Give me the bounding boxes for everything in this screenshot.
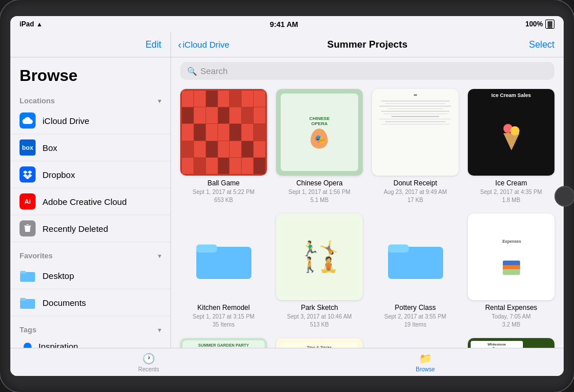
locations-section-header[interactable]: Locations ▾ [10, 92, 170, 107]
sketch-name: Park Sketch [301, 304, 338, 312]
file-item-whitestone[interactable]: WhitestoneFarm 🥬🥕🌽 Whitestone Farm Sept … [468, 338, 554, 348]
tags-label: Tags [20, 325, 36, 334]
pottery-meta: Sept 2, 2017 at 3:55 PM 19 Items [385, 313, 447, 329]
trash-label: Recently Deleted [42, 224, 108, 234]
file-item-chinese-opera[interactable]: CHINESEOPERA 🎭 Chinese Opera Sept 1, 201… [276, 89, 363, 204]
garden-thumb: SUMMER GARDEN PARTY 🌿🌷🌿 [180, 338, 267, 348]
tab-bar: 🕐 Recents 📁 Browse [10, 348, 564, 376]
kitchen-meta: Sept 1, 2017 at 3:15 PM 35 Items [193, 313, 255, 329]
costarica-thumb [372, 338, 459, 348]
svg-rect-7 [388, 244, 409, 253]
search-bar[interactable]: 🔍 Search [180, 62, 554, 80]
search-placeholder: Search [200, 66, 228, 76]
sidebar-item-adobe[interactable]: Ai Adobe Creative Cloud [10, 188, 170, 215]
rental-meta: Today, 7:05 AM 3.2 MB [491, 313, 530, 329]
back-button[interactable]: ‹ iCloud Drive [178, 40, 230, 50]
sidebar-item-trash[interactable]: Recently Deleted [10, 215, 170, 242]
file-item-ice-cream[interactable]: Ice Cream Sales Ice Cream S [468, 89, 554, 204]
locations-chevron-icon: ▾ [158, 97, 161, 105]
documents-label: Documents [42, 298, 86, 308]
svg-rect-3 [20, 298, 26, 301]
tab-recents[interactable]: 🕐 Recents [10, 352, 287, 372]
tags-chevron-icon: ▾ [158, 326, 161, 334]
kitchen-thumb [180, 214, 267, 300]
back-chevron-icon: ‹ [178, 40, 181, 50]
sidebar-item-inspiration[interactable]: Inspiration [10, 336, 170, 348]
locations-label: Locations [20, 96, 55, 105]
inspiration-label: Inspiration [38, 341, 78, 348]
sidebar-item-documents[interactable]: Documents [10, 289, 170, 316]
favorites-section-header[interactable]: Favorites ▾ [10, 247, 170, 262]
opera-thumb: CHINESEOPERA 🎭 [276, 89, 363, 176]
tags-section-header[interactable]: Tags ▾ [10, 321, 170, 336]
documents-folder-icon [20, 294, 36, 311]
receipt-name: Donut Receipt [393, 179, 437, 187]
sidebar-item-desktop[interactable]: Desktop [10, 262, 170, 289]
svg-rect-1 [20, 271, 26, 274]
main-content: Browse Locations ▾ iCloud Drive [10, 57, 564, 348]
recents-label: Recents [138, 366, 160, 372]
browse-icon: 📁 [419, 352, 432, 365]
receipt-thumb: ∞ [372, 89, 459, 176]
receipt-meta: Aug 23, 2017 at 9:49 AM 17 KB [383, 188, 447, 204]
inspiration-dot [24, 343, 32, 348]
pottery-thumb [372, 214, 459, 300]
file-item-kitchen-remodel[interactable]: Kitchen Remodel Sept 1, 2017 at 3:15 PM … [180, 214, 267, 329]
files-grid: Ball Game Sept 1, 2017 at 5:22 PM 653 KB… [171, 84, 564, 348]
box-icon: box [20, 139, 36, 156]
opera-meta: Sept 1, 2017 at 1:56 PM 5.1 MB [289, 188, 351, 204]
recents-icon: 🕐 [142, 352, 155, 365]
icecream-meta: Sept 2, 2017 at 4:35 PM 1.8 MB [480, 188, 542, 204]
dropbox-icon [20, 166, 36, 183]
back-label: iCloud Drive [183, 40, 230, 49]
farm-thumb: WhitestoneFarm 🥬🥕🌽 [468, 338, 554, 348]
favorites-chevron-icon: ▾ [158, 252, 161, 260]
adobe-label: Adobe Creative Cloud [42, 197, 127, 207]
file-item-costa-rica[interactable]: Trip to Costa Rica Aug 30, 2017 at 11:59… [372, 338, 459, 348]
status-left: iPad ▲ [20, 20, 42, 28]
trash-icon [20, 220, 36, 236]
browse-title: Browse [10, 67, 170, 92]
ball-game-meta: Sept 1, 2017 at 5:22 PM 653 KB [193, 188, 255, 204]
home-button[interactable] [554, 186, 574, 207]
file-item-pottery-class[interactable]: Pottery Class Sept 2, 2017 at 3:55 PM 19… [372, 214, 459, 329]
icecream-name: Ice Cream [495, 179, 527, 187]
favorites-label: Favorites [20, 251, 53, 260]
svg-rect-5 [196, 244, 217, 253]
tab-browse[interactable]: 📁 Browse [287, 352, 564, 372]
sidebar-item-dropbox[interactable]: Dropbox [10, 161, 170, 188]
file-item-summer-garden[interactable]: SUMMER GARDEN PARTY 🌿🌷🌿 Summer Garden [180, 338, 267, 348]
file-item-park-sketch[interactable]: 🏃‍♂️🤸🚶🧘 Park Sketch Sept 3, 2017 at 10:4… [276, 214, 363, 329]
select-button[interactable]: Select [529, 40, 554, 50]
notes-thumb: Tips & Tricks 📝 NOTE TAKING [276, 338, 363, 348]
file-item-rental-expenses[interactable]: Expenses [468, 214, 554, 329]
rental-name: Rental Expenses [485, 304, 537, 312]
sidebar-item-box[interactable]: box Box [10, 134, 170, 161]
sidebar-item-icloud[interactable]: iCloud Drive [10, 107, 170, 134]
kitchen-name: Kitchen Remodel [197, 304, 250, 312]
file-item-tips-note[interactable]: Tips & Tricks 📝 NOTE TAKING [276, 338, 363, 348]
status-bar: iPad ▲ 9:41 AM 100% ▓ [10, 16, 564, 32]
icecream-thumb: Ice Cream Sales [468, 89, 554, 176]
file-item-ball-game[interactable]: Ball Game Sept 1, 2017 at 5:22 PM 653 KB [180, 89, 267, 204]
sidebar: Browse Locations ▾ iCloud Drive [10, 57, 171, 348]
opera-name: Chinese Opera [296, 179, 343, 187]
adobe-icon: Ai [20, 193, 36, 209]
box-label: Box [42, 143, 57, 153]
nav-title: Summer Projects [327, 39, 408, 51]
sketch-meta: Sept 3, 2017 at 10:46 AM 513 KB [287, 313, 352, 329]
sketch-thumb: 🏃‍♂️🤸🚶🧘 [276, 214, 363, 300]
rental-thumb: Expenses [468, 214, 554, 300]
file-item-donut-receipt[interactable]: ∞ Donut Receipt [372, 89, 459, 204]
ball-game-thumb [180, 89, 267, 176]
device-label: iPad [20, 20, 34, 28]
battery-icon: ▓ [545, 20, 554, 29]
edit-button[interactable]: Edit [145, 40, 161, 50]
dropbox-label: Dropbox [42, 170, 75, 180]
icloud-icon [20, 112, 36, 129]
battery-label: 100% [525, 20, 543, 28]
status-right: 100% ▓ [525, 20, 554, 29]
icloud-label: iCloud Drive [42, 116, 90, 126]
ipad-screen: iPad ▲ 9:41 AM 100% ▓ Edit ‹ iCloud Driv… [10, 16, 564, 376]
nav-bar: Edit ‹ iCloud Drive Summer Projects Sele… [10, 32, 564, 57]
